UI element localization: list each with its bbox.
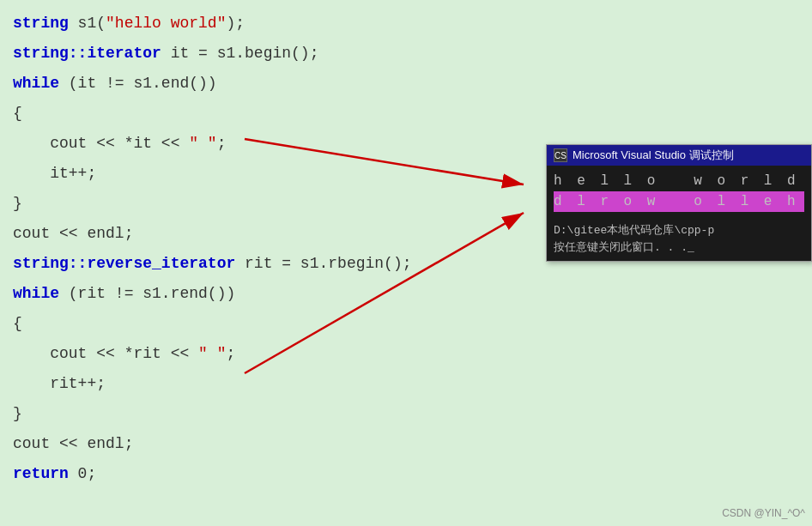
code-line: cout << endl; (13, 219, 528, 249)
console-line1: h e l l o w o r l d (554, 173, 799, 189)
code-line: rit++; (13, 369, 528, 399)
code-line: string::reverse_iterator rit = s1.rbegin… (13, 249, 528, 279)
code-line: { (13, 99, 528, 129)
code-area: string s1("hello world");string::iterato… (0, 0, 541, 526)
console-body: h e l l o w o r l d d l r o w o l l e h (547, 166, 811, 217)
code-line: cout << endl; (13, 429, 528, 459)
code-line: return 0; (13, 459, 528, 489)
watermark: CSDN @YIN_^O^ (722, 507, 805, 519)
console-footer: D:\gitee本地代码仓库\cpp-p 按任意键关闭此窗口. . ._ (547, 217, 811, 261)
code-line: cout << *it << " "; (13, 129, 528, 159)
console-icon: CS (554, 148, 567, 162)
console-footer-line2: 按任意键关闭此窗口. . ._ (554, 239, 804, 257)
code-line: cout << *rit << " "; (13, 339, 528, 369)
code-line: string::iterator it = s1.begin(); (13, 39, 528, 69)
code-line: { (13, 309, 528, 339)
code-line: while (rit != s1.rend()) (13, 279, 528, 309)
code-line: } (13, 189, 528, 219)
console-title: Microsoft Visual Studio 调试控制 (573, 148, 734, 163)
code-line: while (it != s1.end()) (13, 69, 528, 99)
code-line: string s1("hello world"); (13, 9, 528, 39)
code-line: it++; (13, 159, 528, 189)
console-window: CS Microsoft Visual Studio 调试控制 h e l l … (546, 144, 812, 262)
console-titlebar: CS Microsoft Visual Studio 调试控制 (547, 145, 811, 166)
code-line: } (13, 399, 528, 429)
console-line2: d l r o w o l l e h (554, 191, 804, 212)
console-footer-line1: D:\gitee本地代码仓库\cpp-p (554, 222, 804, 239)
